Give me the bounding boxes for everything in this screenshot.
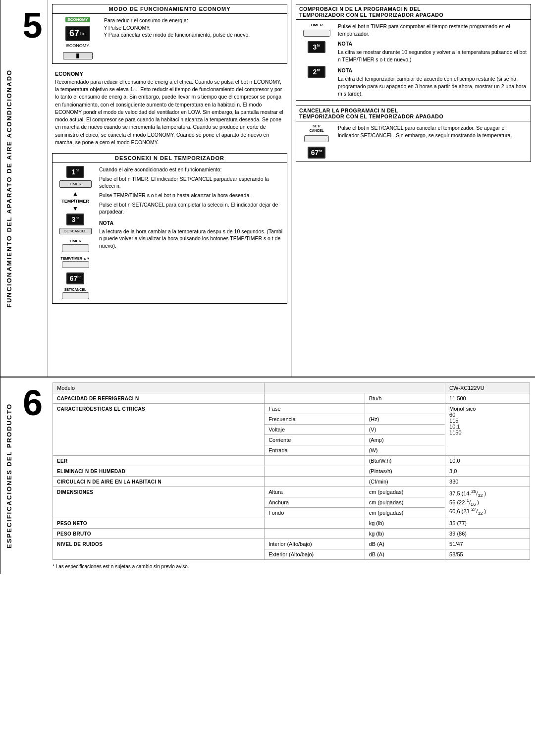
cancelar-section: CANCELAR LA PROGRAMACI N DEL TEMPORIZADO…: [296, 106, 531, 162]
specs-row-eer: EER (Btu/W.h) 10,0: [53, 456, 530, 466]
entrada-unit: (W): [365, 445, 445, 456]
fondo-label: Fondo: [265, 508, 365, 518]
peso-bruto-value: 39 (86): [445, 529, 530, 539]
timer-row-1: 1hr: [66, 166, 84, 178]
comprobacion-nota2-text: La cifra del temporizador cambiar de acu…: [338, 75, 528, 97]
comprobacion-display1: 3hr: [308, 41, 325, 53]
timer-display-3: 67hr: [66, 272, 84, 284]
timer-text3: Pulse TEMP/TIMER s o t el bot n hasta al…: [99, 192, 284, 199]
page-top: FUNCIONAMIENTO DEL APARATO DE AIRE ACOND…: [0, 0, 535, 377]
eer-unit1: [265, 456, 365, 466]
cancelar-diagram: SET/CANCEL 67hr: [299, 124, 334, 159]
page-number-5: 5: [18, 0, 48, 377]
timer-display-1: 1hr: [66, 166, 84, 178]
page-bottom: ESPECIFICACIONES DEL PRODUCTO 6 Modelo C…: [0, 377, 535, 574]
timer-display-2: 3hr: [66, 214, 84, 225]
nota-text-timer: La lectura de la hora cambiar a la tempe…: [99, 228, 284, 250]
circulacion-unit2: (Cf/min): [365, 477, 445, 487]
set-cancel-btn-timer: SET/CANCEL: [59, 228, 92, 234]
interior-label: Interior (Alto/bajo): [265, 539, 365, 549]
economy-device-diagram: ECONOMY 67 hr ECONOMY ▐▌: [55, 17, 100, 60]
peso-bruto-unit1: [265, 529, 365, 539]
specs-row-circulacion: CIRCULACI N DE AIRE EN LA HABITACI N (Cf…: [53, 477, 530, 487]
eer-value: 10,0: [445, 456, 530, 466]
comprobacion-text: Pulse el bot n TIMER para comprobar el t…: [338, 23, 528, 37]
comprobacion-content: TIMER 3hr 2hr Pulse el bo: [296, 20, 531, 100]
model-label-cell: Modelo: [53, 383, 265, 393]
timer-text-content: Cuando el aire acondicionado est en func…: [99, 166, 284, 300]
comprobacion-text-content: Pulse el bot n TIMER para comprobar el t…: [338, 23, 528, 97]
peso-neto-label: PESO NETO: [53, 518, 265, 529]
cancelar-title: CANCELAR LA PROGRAMACI N DEL TEMPORIZADO…: [296, 106, 531, 121]
cancelar-text-content: Pulse el bot n SET/CANCEL para cancelar …: [338, 124, 528, 159]
page-number-6: 6: [18, 378, 48, 574]
capacidad-unit2: Btu/h: [365, 393, 445, 404]
side-label-page5: FUNCIONAMIENTO DEL APARATO DE AIRE ACOND…: [0, 0, 18, 377]
specs-row-dimensiones: DIMENSIONES Altura cm (pulgadas) 37,5 (1…: [53, 487, 530, 497]
humedad-label: ELIMINACI N DE HUMEDAD: [53, 466, 265, 477]
page5-content: MODO DE FUNCIONAMIENTO ECONOMY ECONOMY 6…: [48, 0, 535, 377]
temp-timer-remote-label: TEMP/TIMER ▲▼: [61, 257, 90, 269]
economy-body: ECONOMY Recomendado para reducir el cons…: [52, 69, 287, 148]
eer-label: EER: [53, 456, 265, 466]
peso-neto-unit1: [265, 518, 365, 529]
model-value-cell: CW-XC122VU: [445, 383, 530, 393]
arrow-up-icon: ▲: [72, 190, 78, 197]
economy-bullet2: Para cancelar este modo de funcionamient…: [104, 31, 284, 39]
comprobacion-nota-text: La cifra se mostrar durante 10 segundos …: [338, 49, 528, 63]
timer-title: DESCONEXI N DEL TEMPORIZADOR: [53, 154, 287, 163]
capacidad-unit1: [265, 393, 365, 404]
voltaje-unit: (V): [365, 425, 445, 435]
caracteristicas-fase-label: Fase: [265, 404, 365, 414]
humedad-unit1: [265, 466, 365, 477]
caracteristicas-values: Monof sico6011510,11150: [445, 404, 530, 456]
humedad-value: 3,0: [445, 466, 530, 477]
timer-remote-label: TIMER: [62, 239, 89, 253]
economy-section-box: MODO DE FUNCIONAMIENTO ECONOMY ECONOMY 6…: [52, 4, 287, 64]
cancelar-display: 67hr: [308, 147, 325, 159]
comprobacion-diagram: TIMER 3hr 2hr: [299, 23, 334, 97]
entrada-label: Entrada: [265, 445, 365, 456]
economy-title: MODO DE FUNCIONAMIENTO ECONOMY: [53, 4, 287, 14]
exterior-label: Exterior (Alto/bajo): [265, 549, 365, 560]
dimensiones-values: 37,5 (14-25/32 ) 56 (22-1/16 ) 60,6 (23-…: [445, 487, 530, 518]
timer-row-3: 67hr: [66, 272, 84, 284]
dimensiones-label: DIMENSIONES: [53, 487, 265, 518]
timer-btn: TIMER: [59, 180, 92, 188]
anchura-label: Anchura: [265, 497, 365, 508]
circulacion-value: 330: [445, 477, 530, 487]
specs-footnote: * Las especificaciones est n sujetas a c…: [53, 564, 530, 569]
altura-unit: cm (pulgadas): [365, 487, 445, 497]
timer-diagram: 1hr TIMER ▲ TEMP/TIMER ▼ 3hr: [55, 166, 95, 300]
comprobacion-timer-label: TIMER: [311, 23, 323, 27]
capacidad-value: 11.500: [445, 393, 530, 404]
economy-label: ECONOMY: [66, 43, 90, 48]
anchura-unit: cm (pulgadas): [365, 497, 445, 508]
ruidos-label: NIVEL DE RUIDOS: [53, 539, 265, 560]
comprobacion-display2: 2hr: [308, 66, 325, 78]
cancelar-btn-label: SET/CANCEL: [309, 124, 323, 133]
economy-body-text: Recomendado para reducir el consumo de e…: [55, 78, 284, 146]
specs-table-wrapper: Modelo CW-XC122VU CAPACIDAD DE REFRIGERA…: [48, 378, 535, 574]
timer-row-2: 3hr: [66, 214, 84, 225]
peso-bruto-unit2: kg (lb): [365, 529, 445, 539]
corriente-label: Corriente: [265, 435, 365, 445]
caracteristicas-label: CARACTERÓESTICAS EL CTRICAS: [53, 404, 265, 456]
interior-value: 51/47: [445, 539, 530, 549]
arrow-down-icon: ▼: [72, 205, 78, 212]
economy-text-content: Para reducir el consumo de energ a: Puls…: [104, 17, 284, 60]
page-wrapper: FUNCIONAMIENTO DEL APARATO DE AIRE ACOND…: [0, 0, 535, 574]
model-blank-cell: [265, 383, 445, 393]
economy-bullet1: Pulse ECONOMY.: [104, 24, 284, 32]
specs-header-row: Modelo CW-XC122VU: [53, 383, 530, 393]
comprobacion-nota2-title: NOTA: [338, 67, 528, 74]
col-right: COMPROBACI N DE LA PROGRAMACI N DEL TEMP…: [292, 0, 535, 377]
col-left: MODO DE FUNCIONAMIENTO ECONOMY ECONOMY 6…: [48, 0, 292, 377]
corriente-unit: (Amp): [365, 435, 445, 445]
set-cancel-remote-label: SET/CANCEL: [62, 288, 89, 300]
specs-row-peso-neto: PESO NETO kg (lb) 35 (77): [53, 518, 530, 529]
voltaje-label: Voltaje: [265, 425, 365, 435]
specs-row-caracteristicas: CARACTERÓESTICAS EL CTRICAS Fase Monof s…: [53, 404, 530, 414]
economy-intro: Para reducir el consumo de energ a:: [104, 17, 284, 24]
altura-label: Altura: [265, 487, 365, 497]
